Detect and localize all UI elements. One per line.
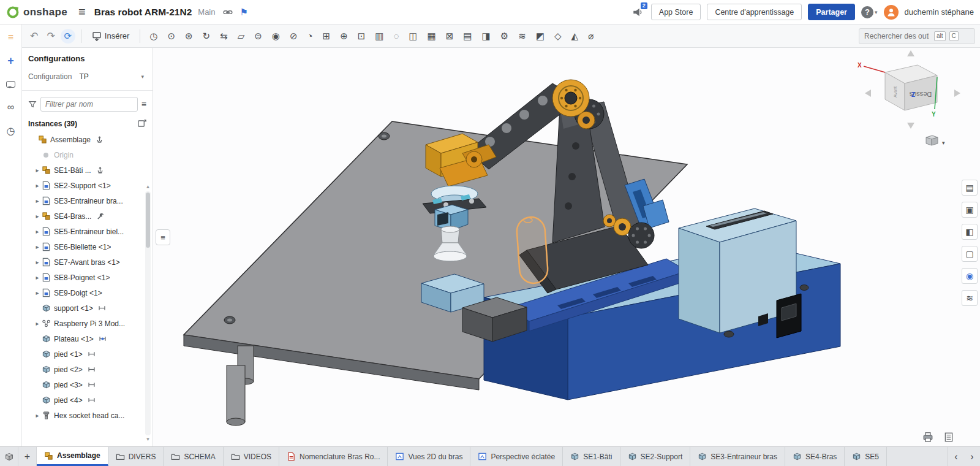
standard-content-icon[interactable]: ⊡ [354, 30, 369, 42]
chevron-right-icon[interactable]: ▸ [33, 259, 42, 265]
scroll-up-icon[interactable]: ▲ [146, 184, 151, 190]
list-item-se7-avant-bras[interactable]: ▸ SE7-Avant bras <1> [28, 254, 146, 270]
app-store-button[interactable]: App Store [651, 4, 701, 20]
list-item-assemblage[interactable]: · Assemblage [28, 132, 146, 147]
electronics-box[interactable] [679, 208, 801, 338]
tab-vues-2d[interactable]: Vues 2D du bras [388, 447, 470, 466]
redo-icon[interactable]: ↷ [43, 30, 58, 42]
rotate-right-arrow-icon[interactable] [954, 90, 960, 97]
share-button[interactable]: Partager [808, 4, 855, 20]
chevron-right-icon[interactable]: ▸ [33, 213, 42, 220]
list-item-pied-3[interactable]: · pied <3> [28, 377, 146, 392]
chevron-right-icon[interactable]: ▸ [33, 228, 42, 235]
bom-panel-icon[interactable]: ▤ [962, 180, 978, 196]
section-view-panel-icon[interactable]: ◧ [962, 224, 978, 240]
insert-mate-icon[interactable]: + [4, 54, 18, 67]
notifications-button[interactable]: 2 [630, 5, 645, 20]
list-item-hex-socket[interactable]: ▸ Hex socket head ca... [28, 408, 146, 423]
tab-divers[interactable]: DIVERS [108, 447, 164, 466]
tab-nomenclature[interactable]: Nomenclature Bras Ro... [279, 447, 388, 466]
named-positions-icon[interactable]: ≋ [514, 30, 530, 42]
revolute-mate-icon[interactable]: ↻ [199, 30, 214, 42]
list-item-pied-2[interactable]: · pied <2> [28, 362, 146, 377]
chevron-right-icon[interactable]: ▸ [33, 274, 42, 281]
view-mode-button[interactable]: ▾ [926, 136, 945, 146]
document-title[interactable]: Bras robot ARM-21N2 [94, 7, 192, 18]
copy-link-icon[interactable] [223, 7, 233, 17]
tab-scroll-left-icon[interactable]: ‹ [948, 447, 964, 466]
tab-scroll-right-icon[interactable]: › [964, 447, 980, 466]
list-item-se2-support[interactable]: ▸ SE2-Support <1> [28, 178, 146, 193]
user-name[interactable]: duchemin stéphane [905, 7, 974, 17]
section-view-icon[interactable]: ◭ [567, 30, 582, 42]
undo-icon[interactable]: ↶ [27, 30, 41, 42]
configurations-icon[interactable]: ⚙ [497, 30, 512, 42]
chevron-right-icon[interactable]: ▸ [33, 167, 42, 174]
tab-se1-bati[interactable]: SE1-Bâti [563, 447, 620, 466]
mirror-icon[interactable]: ◫ [405, 30, 421, 42]
list-item-se8-poignet[interactable]: ▸ SE8-Poignet <1> [28, 270, 146, 285]
planar-mate-icon[interactable]: ▱ [234, 30, 249, 42]
isolate-icon[interactable]: ▢ [962, 246, 978, 262]
bom-table-icon[interactable]: ▤ [459, 30, 475, 42]
tab-perspective-eclatee[interactable]: Perspective éclatée [470, 447, 563, 466]
list-item-origin[interactable]: · Origin [28, 147, 146, 162]
tab-se4-bras[interactable]: SE4-Bras [785, 447, 845, 466]
tab-se5[interactable]: SE5 [845, 447, 887, 466]
list-options-icon[interactable]: ≡ [141, 99, 146, 109]
help-menu[interactable]: ? ▾ [861, 6, 878, 18]
list-item-se5-entraineur[interactable]: ▸ SE5-Entraineur biel... [28, 224, 146, 239]
cylindrical-mate-icon[interactable]: ⊜ [251, 30, 266, 42]
bookmark-flag-icon[interactable]: ⚑ [240, 7, 248, 18]
replicate-icon[interactable]: ▦ [424, 30, 440, 42]
panel-flyout-handle[interactable]: ≡ [156, 229, 170, 245]
mate-connector-icon[interactable]: ⊕ [336, 30, 352, 42]
panel-scrollbar[interactable]: ▲ ▼ [144, 184, 152, 443]
tab-se3-entraineur-bras[interactable]: SE3-Entraineur bras [690, 447, 785, 466]
rotate-up-arrow-icon[interactable] [907, 50, 914, 56]
add-instance-icon[interactable] [137, 119, 146, 128]
cad-scene[interactable]: Dessus Avant X Y Z [153, 48, 980, 446]
view-cube-side-label[interactable]: Avant [893, 86, 897, 97]
chevron-right-icon[interactable]: ▸ [33, 412, 42, 419]
list-item-pied-1[interactable]: · pied <1> [28, 346, 146, 362]
mate-icon[interactable]: ⊙ [164, 30, 179, 42]
named-views-icon[interactable]: ▣ [962, 202, 978, 218]
list-item-pied-4[interactable]: · pied <4> [28, 392, 146, 408]
pin-slot-mate-icon[interactable]: ⊘ [286, 30, 301, 42]
filter-input[interactable] [40, 97, 138, 112]
list-item-support[interactable]: · support <1> [28, 300, 146, 316]
chevron-right-icon[interactable]: ▸ [33, 182, 42, 189]
onshape-logo[interactable]: onshape [6, 6, 67, 19]
scrollbar-track[interactable] [145, 191, 151, 435]
learning-center-button[interactable]: Centre d'apprentissage [707, 4, 802, 20]
chevron-right-icon[interactable]: ▸ [33, 320, 42, 327]
chevron-right-icon[interactable]: ▸ [33, 197, 42, 204]
circular-pattern-icon[interactable]: ◌ [390, 30, 402, 42]
list-item-se1-bati[interactable]: ▸ SE1-Bâti ... [28, 162, 146, 178]
list-item-se4-bras[interactable]: ▸ SE4-Bras... [28, 208, 146, 224]
comments-icon[interactable] [4, 77, 18, 91]
ball-mate-icon[interactable]: ◉ [268, 30, 284, 42]
sheet-icon[interactable] [943, 432, 954, 443]
configuration-select[interactable]: TP ▾ [77, 71, 146, 83]
rotate-left-arrow-icon[interactable] [865, 90, 871, 97]
filter-funnel-icon[interactable] [28, 100, 37, 109]
group-icon[interactable]: ⊞ [319, 30, 334, 42]
appearance-icon[interactable]: ◨ [478, 30, 494, 42]
view-cube[interactable]: Dessus Avant X Y Z [858, 50, 960, 129]
scrollbar-thumb[interactable] [146, 193, 150, 248]
chevron-right-icon[interactable]: ▸ [33, 289, 42, 296]
assembly-structure-icon[interactable]: ≡ [4, 31, 18, 44]
3d-viewport[interactable]: ≡ [153, 48, 980, 446]
list-item-plateau[interactable]: · Plateau <1> [28, 331, 146, 346]
list-item-se9-doigt[interactable]: ▸ SE9-Doigt <1> [28, 285, 146, 300]
workspace-name[interactable]: Main [198, 7, 215, 17]
linked-documents-icon[interactable]: ∞ [4, 101, 18, 114]
main-menu-icon[interactable]: ≡ [78, 5, 86, 19]
tangent-mate-icon[interactable]: ◔ [303, 30, 316, 42]
rotate-down-arrow-icon[interactable] [907, 123, 914, 129]
chevron-right-icon[interactable]: ▸ [33, 243, 42, 250]
selection-filter-icon[interactable]: ≋ [962, 290, 978, 306]
create-tab-button[interactable]: + [18, 447, 37, 466]
